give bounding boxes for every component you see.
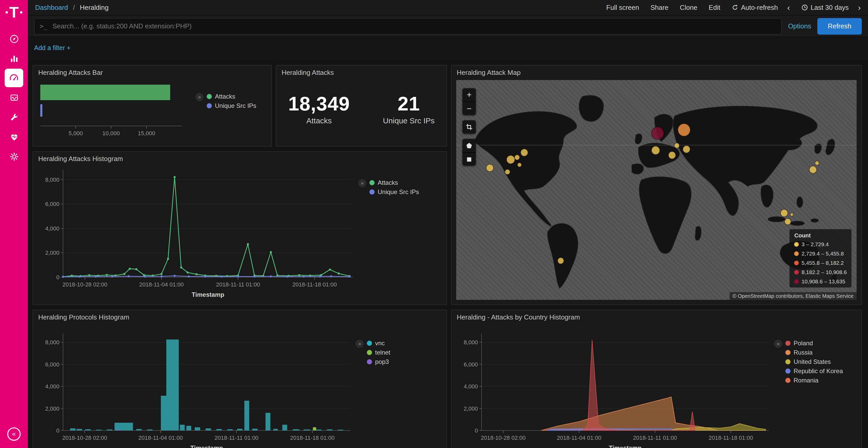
svg-text:6,000: 6,000 — [45, 201, 59, 207]
world-map[interactable]: + − — [456, 80, 857, 300]
topnav-edit-button[interactable]: Edit — [709, 4, 720, 11]
legend-dot — [369, 189, 375, 195]
legend-dot — [795, 270, 799, 274]
refresh-cycle-icon — [732, 4, 738, 11]
legend-dot — [795, 261, 799, 265]
panel-heralding-attacks-histogram: Heralding Attacks Histogram 02,0004,0006… — [33, 151, 447, 305]
legend-dot — [785, 378, 790, 383]
sidebar-item-dashboard[interactable] — [5, 69, 23, 87]
svg-text:Timestamp: Timestamp — [192, 291, 224, 298]
legend-toggle-icon[interactable]: » — [355, 340, 364, 348]
legend-item[interactable]: Attacks — [207, 93, 256, 100]
chart-legend: PolandRussiaUnited StatesRepublic of Kor… — [785, 340, 843, 384]
legend-toggle-icon[interactable]: » — [195, 93, 204, 101]
legend-dot — [785, 359, 790, 365]
time-forward-chevron[interactable]: › — [858, 3, 861, 12]
time-back-chevron[interactable]: ‹ — [787, 3, 790, 12]
svg-text:2018-11-04 01:00: 2018-11-04 01:00 — [139, 281, 184, 288]
legend-dot — [785, 350, 790, 355]
legend-dot — [785, 341, 790, 346]
telekom-logo[interactable]: T — [6, 4, 23, 21]
zoom-out-button[interactable]: − — [462, 102, 476, 115]
svg-text:2018-11-04 01:00: 2018-11-04 01:00 — [557, 435, 601, 441]
panel-title: Heralding Protocols Histogram — [33, 310, 446, 323]
topnav-actions: Full screenShareCloneEdit — [595, 4, 720, 11]
panel-heralding-attacks-bar: Heralding Attacks Bar 5,00010,00015,000 … — [33, 65, 272, 146]
topnav-clone-button[interactable]: Clone — [680, 4, 697, 11]
legend-item[interactable]: Romania — [785, 377, 843, 384]
breadcrumb-dashboard-link[interactable]: Dashboard — [35, 4, 68, 11]
query-options-link[interactable]: Options — [788, 22, 811, 30]
metric-label: Unique Src IPs — [383, 116, 435, 125]
kibana-dashboard-app: T — [0, 0, 868, 448]
topnav-share-button[interactable]: Share — [650, 4, 668, 11]
attacks-histogram-chart[interactable]: 02,0004,0006,0008,0002018-10-28 02:00201… — [35, 165, 358, 302]
auto-refresh-button[interactable]: Auto-refresh — [732, 4, 778, 11]
legend-item[interactable]: 5,455.8 – 8,182.2 — [795, 260, 847, 266]
protocols-histogram-chart[interactable]: 02,0004,0006,0008,0002018-10-28 02:00201… — [35, 323, 355, 448]
time-range-picker[interactable]: Last 30 days — [801, 4, 848, 11]
draw-polygon-filter-button[interactable] — [462, 139, 476, 152]
legend-label: United States — [794, 358, 831, 366]
legend-label: 5,455.8 – 8,182.2 — [802, 260, 844, 266]
svg-text:2018-11-11 01:00: 2018-11-11 01:00 — [633, 435, 677, 441]
metric-label: Attacks — [288, 116, 350, 125]
legend-toggle-icon[interactable]: » — [774, 340, 782, 348]
svg-text:Timestamp: Timestamp — [190, 444, 223, 448]
legend-item[interactable]: 3 – 2,729.4 — [795, 241, 847, 247]
sidebar-item-devtools[interactable] — [5, 108, 23, 127]
metric-value: 21 — [383, 93, 435, 115]
chart-legend: AttacksUnique Src IPs — [369, 179, 419, 196]
sidebar-item-discover[interactable] — [5, 29, 23, 48]
rectangle-icon — [466, 156, 473, 163]
legend-dot — [367, 350, 372, 355]
legend-item[interactable]: Unique Src IPs — [369, 188, 419, 196]
legend-dot — [367, 359, 372, 365]
svg-text:2018-11-18 01:00: 2018-11-18 01:00 — [709, 435, 753, 441]
sidebar-item-visualize[interactable] — [5, 49, 23, 68]
legend-dot — [207, 94, 212, 99]
legend-item[interactable]: Republic of Korea — [785, 368, 843, 375]
svg-text:2,000: 2,000 — [45, 405, 59, 412]
legend-item[interactable]: vnc — [367, 340, 390, 347]
legend-toggle-icon[interactable]: » — [358, 179, 366, 187]
legend-label: Poland — [794, 340, 813, 347]
svg-text:2018-10-28 02:00: 2018-10-28 02:00 — [63, 281, 107, 288]
legend-dot — [795, 279, 799, 284]
zoom-in-button[interactable]: + — [462, 88, 476, 102]
map-legend-items: 3 – 2,729.42,729.4 – 5,455.85,455.8 – 8,… — [795, 240, 847, 284]
sidebar-item-timelion[interactable] — [5, 88, 23, 107]
legend-item[interactable]: telnet — [367, 349, 390, 356]
legend-item[interactable]: 10,908.6 – 13,635 — [795, 278, 847, 284]
collapse-nav-button[interactable]: « — [7, 427, 21, 441]
attacks-bar-chart[interactable]: 5,00010,00015,000 — [35, 78, 195, 141]
legend-dot — [367, 341, 372, 346]
svg-text:5,000: 5,000 — [68, 130, 83, 137]
fit-data-bounds-button[interactable] — [462, 120, 476, 134]
add-filter-link[interactable]: Add a filter + — [34, 44, 70, 51]
map-legend-title: Count — [795, 232, 847, 238]
topnav-full-screen-button[interactable]: Full screen — [606, 4, 639, 11]
sidebar-item-monitoring[interactable] — [5, 128, 23, 146]
svg-text:8,000: 8,000 — [45, 176, 59, 183]
country-histogram-chart[interactable]: 02,0004,0006,0008,0002018-10-28 02:00201… — [454, 323, 774, 448]
search-input[interactable] — [52, 22, 776, 30]
legend-item[interactable]: Russia — [785, 349, 843, 356]
sidebar-item-management[interactable] — [5, 147, 23, 166]
legend-label: Republic of Korea — [794, 368, 843, 375]
legend-dot — [369, 180, 375, 185]
legend-label: Attacks — [215, 93, 235, 100]
top-nav-bar: Dashboard / Heralding Full screenShareCl… — [28, 0, 868, 15]
legend-item[interactable]: Unique Src IPs — [207, 102, 256, 109]
draw-rectangle-filter-button[interactable] — [462, 152, 476, 166]
svg-text:2018-11-04 01:00: 2018-11-04 01:00 — [138, 435, 183, 441]
legend-dot — [795, 242, 799, 246]
legend-item[interactable]: Poland — [785, 340, 843, 347]
dashboard-gauge-icon — [9, 73, 19, 83]
legend-item[interactable]: 8,182.2 – 10,908.6 — [795, 269, 847, 275]
refresh-button[interactable]: Refresh — [817, 18, 862, 34]
legend-item[interactable]: pop3 — [367, 358, 390, 366]
legend-item[interactable]: United States — [785, 358, 843, 366]
legend-item[interactable]: Attacks — [369, 179, 419, 186]
legend-item[interactable]: 2,729.4 – 5,455.8 — [795, 250, 847, 256]
